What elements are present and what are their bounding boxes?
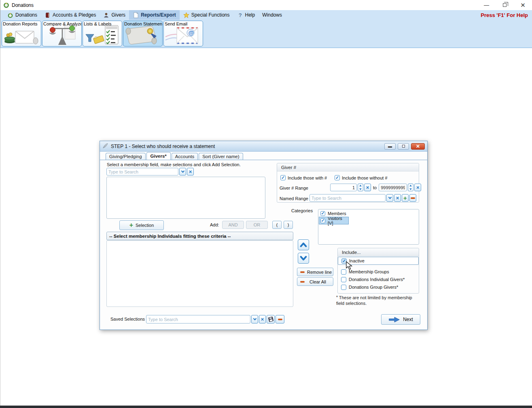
close-button[interactable]: ✕ <box>514 0 532 10</box>
or-button[interactable]: OR <box>246 221 268 229</box>
tab-giving-pledging[interactable]: Giving/Pledging <box>106 153 146 160</box>
membership-field-search-input[interactable] <box>106 168 178 175</box>
named-range-remove-button[interactable] <box>409 194 416 202</box>
toolbar-label: Donation Reports <box>3 21 38 26</box>
close-paren-button[interactable]: ) <box>284 221 293 229</box>
money-envelope-icon <box>2 25 41 46</box>
move-up-button[interactable] <box>298 239 309 250</box>
category-item-visitors[interactable]: Visitors [V] <box>319 217 348 224</box>
giver-range-to-clear-button[interactable] <box>414 184 421 191</box>
add-selection-label: Selection <box>136 223 154 228</box>
next-button[interactable]: Next <box>381 314 420 325</box>
and-button[interactable]: AND <box>222 221 244 229</box>
named-range-dropdown-button[interactable] <box>386 194 393 202</box>
save-disk-icon <box>268 317 273 322</box>
list-tag-funnel-icon <box>83 25 122 46</box>
giver-range-from-input[interactable] <box>330 184 357 191</box>
named-range-label: Named Range <box>280 196 308 201</box>
dialog-close-button[interactable]: ✕ <box>411 143 425 150</box>
saved-selections-dropdown-button[interactable] <box>251 315 258 323</box>
criteria-list[interactable] <box>106 240 293 307</box>
inactive-label: Inactive <box>349 258 365 263</box>
menu-item-givers[interactable]: Givers <box>100 10 129 20</box>
toolbar-donation-statement[interactable]: Donation Statement <box>123 21 163 47</box>
menu-item-special-functions[interactable]: Special Functions <box>180 10 233 20</box>
menu-item-donations[interactable]: Donations <box>4 10 41 20</box>
toolbar-compare-analyze[interactable]: Compare & Analyze <box>42 21 82 47</box>
donations-group-givers-label: Donations Group Givers* <box>349 285 398 290</box>
named-range-search-input[interactable] <box>309 194 386 202</box>
scroll-icon <box>123 25 162 46</box>
membership-values-list[interactable] <box>106 177 265 219</box>
dialog-title: STEP 1 - Select who should receive a sta… <box>111 144 215 149</box>
chevron-up-icon <box>300 242 307 247</box>
visitors-checkbox[interactable] <box>320 218 325 223</box>
include-item-inactive[interactable]: Inactive <box>338 257 419 265</box>
close-icon: ✕ <box>520 2 526 8</box>
restore-button[interactable] <box>496 0 514 10</box>
toolbar-label: Donation Statement <box>124 21 163 26</box>
title-bar: Donations — ✕ <box>0 0 532 10</box>
inactive-checkbox[interactable] <box>341 258 347 264</box>
move-down-button[interactable] <box>298 253 309 264</box>
include-item-membership-groups[interactable]: Membership Groups <box>339 268 417 275</box>
minimize-button[interactable]: — <box>477 0 496 10</box>
tab-sort-giver-name[interactable]: Sort (Giver name) <box>199 153 243 160</box>
membership-field-clear-button[interactable] <box>187 168 194 175</box>
menu-item-accounts-pledges[interactable]: Accounts & Pledges <box>41 10 100 20</box>
include-without-number-checkbox[interactable] <box>335 175 340 180</box>
remove-line-button[interactable]: Remove line <box>297 268 333 276</box>
menu-item-windows[interactable]: Windows <box>259 10 286 20</box>
menu-label: Donations <box>15 12 37 18</box>
clear-all-label: Clear All <box>309 279 326 284</box>
include-with-number-checkbox[interactable] <box>280 175 286 180</box>
saved-selections-label: Saved Selections <box>110 317 145 321</box>
membership-groups-checkbox[interactable] <box>341 269 346 275</box>
open-paren-button[interactable]: ( <box>272 221 282 229</box>
balance-scale-icon <box>42 25 81 46</box>
clear-all-button[interactable]: Clear All <box>297 277 333 286</box>
giver-range-from-spinner[interactable] <box>358 184 363 191</box>
donations-group-givers-checkbox[interactable] <box>341 285 346 290</box>
menu-item-help[interactable]: ? Help <box>233 10 259 20</box>
toolbar-label: Send Email <box>165 21 187 26</box>
donations-individual-givers-checkbox[interactable] <box>341 277 346 282</box>
saved-selections-clear-button[interactable] <box>259 315 266 323</box>
giver-range-from-clear-button[interactable] <box>364 184 371 191</box>
include-with-number-label: Include those with # <box>288 175 327 180</box>
giver-range-to-spinner[interactable] <box>408 184 413 191</box>
svg-text:?: ? <box>238 12 242 18</box>
toolbar-donation-reports[interactable]: Donation Reports <box>2 21 41 47</box>
menu-label: Givers <box>111 12 125 18</box>
saved-selections-search-input[interactable] <box>146 315 250 323</box>
minus-icon <box>411 197 415 199</box>
menu-label: Windows <box>262 12 282 18</box>
tab-accounts[interactable]: Accounts <box>172 153 198 160</box>
dialog-restore-button[interactable] <box>398 143 409 150</box>
giver-number-header: Giver # <box>277 163 419 171</box>
toolbar-send-email[interactable]: Send Email @ <box>163 21 203 47</box>
include-item-donations-group-givers[interactable]: Donations Group Givers* <box>339 283 417 291</box>
named-range-add-button[interactable] <box>402 194 409 202</box>
minus-icon <box>300 281 305 283</box>
dialog-minimize-button[interactable]: ▬ <box>384 143 396 150</box>
membership-instruction: Select a membership field, make selectio… <box>107 162 241 167</box>
giver-range-to-input[interactable] <box>379 184 407 191</box>
window-title: Donations <box>12 2 34 8</box>
named-range-clear-button[interactable] <box>394 194 401 202</box>
add-selection-button[interactable]: + Selection <box>119 220 164 230</box>
taskbar-edge <box>0 406 532 408</box>
members-checkbox[interactable] <box>320 211 325 216</box>
include-item-donations-individual-givers[interactable]: Donations Individual Givers* <box>339 276 417 283</box>
donations-individual-givers-label: Donations Individual Givers* <box>349 277 405 282</box>
save-selection-button[interactable] <box>267 315 275 323</box>
menu-item-reports-export[interactable]: Reports/Export <box>129 10 180 20</box>
donations-wreath-icon <box>7 12 13 18</box>
delete-saved-selection-button[interactable] <box>276 315 284 323</box>
f1-help-text: Press 'F1' For Help <box>481 10 528 20</box>
membership-field-dropdown-button[interactable] <box>179 168 186 175</box>
tab-givers[interactable]: Givers* <box>146 152 171 160</box>
app-icon <box>3 2 9 8</box>
toolbar-lists-labels[interactable]: Lists & Labels <box>83 21 122 47</box>
tab-separator <box>100 160 427 160</box>
